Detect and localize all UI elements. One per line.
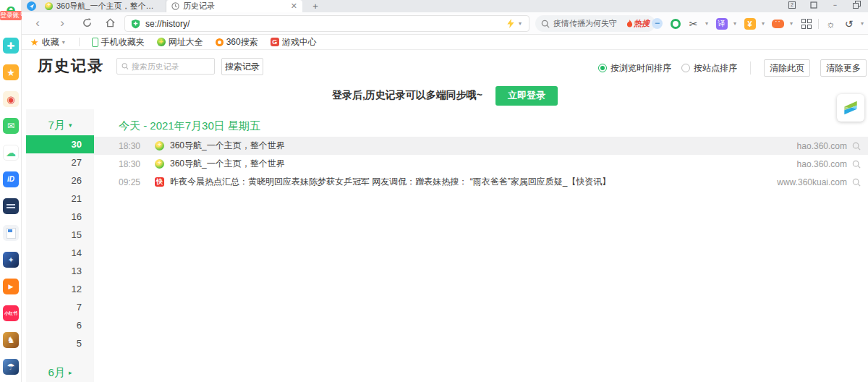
back-button[interactable]: ‹ <box>30 16 45 30</box>
search-records-button[interactable]: 搜索记录 <box>221 58 263 75</box>
date-item[interactable]: 14 <box>26 244 94 262</box>
chevron-down-icon[interactable]: ▾ <box>762 20 766 27</box>
clear-more-button[interactable]: 清除更多 <box>820 59 867 77</box>
sort-by-site-radio[interactable]: 按站点排序 <box>681 62 737 75</box>
maximize-icon[interactable] <box>809 1 817 9</box>
apps-grid-icon[interactable] <box>800 17 812 30</box>
history-search-input[interactable] <box>132 62 210 71</box>
reader-mode-icon[interactable] <box>669 17 681 30</box>
xiaohongshu-icon[interactable]: 小红书 <box>3 305 19 321</box>
browser-toolbar: ‹ › se://history/ ▾ 疫情传播为何失守 热搜 − ✂ ▾ 译 … <box>22 12 868 35</box>
translate-icon[interactable]: 译 <box>715 17 728 30</box>
id-app-icon[interactable]: iD <box>3 171 19 187</box>
wallet-icon[interactable]: ¥ <box>744 17 756 30</box>
date-item[interactable]: 21 <box>26 190 94 208</box>
entry-time: 18:30 <box>119 141 146 151</box>
send-plane-icon[interactable] <box>27 1 36 11</box>
quick-search-box[interactable]: 疫情传播为何失守 热搜 <box>535 15 655 32</box>
date-item-selected[interactable]: 30 <box>26 135 94 153</box>
sort-by-time-radio[interactable]: 按浏览时间排序 <box>598 62 671 75</box>
chevron-down-icon[interactable]: ▾ <box>790 20 794 27</box>
entry-time: 09:25 <box>119 177 146 187</box>
date-item[interactable]: 6 <box>26 316 94 334</box>
plus-circle-icon: + <box>157 38 166 46</box>
multi-window-badge-icon[interactable]: 2 <box>788 1 796 9</box>
history-entry-row[interactable]: 18:30 360导航_一个主页，整个世界 hao.360.com <box>94 155 868 173</box>
adblock-icon[interactable]: − <box>651 17 663 30</box>
flash-icon[interactable] <box>507 19 514 28</box>
hot-search-tag[interactable]: 热搜 <box>626 18 650 29</box>
chevron-down-icon[interactable]: ▾ <box>733 20 738 27</box>
minimize-icon[interactable]: − <box>831 1 839 9</box>
date-item[interactable]: 7 <box>26 298 94 316</box>
date-item[interactable]: 12 <box>26 280 94 298</box>
kuaishou-icon[interactable]: ▶ <box>3 279 19 294</box>
chevron-down-icon[interactable]: ▾ <box>861 20 865 27</box>
new-tab-button[interactable]: + <box>310 1 321 12</box>
cloud-disk-icon[interactable]: ☁ <box>3 145 19 161</box>
chevron-down-icon[interactable]: ▾ <box>62 39 67 46</box>
teal-app-icon[interactable]: ✚ <box>3 38 19 54</box>
night-mode-sun-icon[interactable]: ☼ <box>825 17 837 30</box>
floating-sidebar-widget[interactable] <box>837 94 864 122</box>
home-button[interactable] <box>103 17 117 32</box>
weibo-icon[interactable]: ◉ <box>3 91 19 107</box>
mail-icon[interactable]: ✉ <box>3 118 19 134</box>
chevron-down-icon[interactable]: ▾ <box>519 20 523 27</box>
entry-title[interactable]: 昨夜今晨热点汇总：黄晓明回应表妹陈梦获女乒冠军 网友调侃：蹭表妹热搜： “雨衣爸… <box>170 176 767 188</box>
history-entry-row[interactable]: 18:30 360导航_一个主页，整个世界 hao.360.com <box>94 137 868 155</box>
gamepad-icon[interactable] <box>772 17 784 30</box>
star-icon: ★ <box>30 37 39 48</box>
game-rpg-icon[interactable]: ♞ <box>3 332 19 348</box>
date-item[interactable]: 16 <box>26 208 94 226</box>
bookmark-site-directory[interactable]: + 网址大全 <box>157 36 203 48</box>
clear-this-page-button[interactable]: 清除此页 <box>764 59 810 77</box>
tab-strip: 360导航_一个主页，整个世界 历史记录 ✕ + 2 − <box>22 0 868 12</box>
refresh-button[interactable] <box>80 17 94 32</box>
chevron-down-icon[interactable]: ▾ <box>705 20 710 27</box>
search-domain-icon[interactable] <box>852 178 861 187</box>
entry-domain[interactable]: hao.360.com <box>797 141 847 151</box>
tab-360-nav[interactable]: 360导航_一个主页，整个世界 <box>40 0 166 12</box>
toolbar-separator <box>818 19 819 29</box>
history-search-field[interactable] <box>116 58 215 75</box>
bookmark-phone-favorites[interactable]: 手机收藏夹 <box>92 36 145 48</box>
date-item[interactable]: 27 <box>26 153 94 171</box>
notes-app-icon[interactable] <box>3 225 19 241</box>
date-item[interactable]: 13 <box>26 262 94 280</box>
search-domain-icon[interactable] <box>852 160 861 169</box>
url-text[interactable]: se://history/ <box>145 19 507 29</box>
game-blue-icon[interactable]: ✦ <box>3 252 19 268</box>
date-item[interactable]: 5 <box>26 334 94 352</box>
radio-selected-icon <box>598 64 607 72</box>
game-battle-icon[interactable]: ☂ <box>3 359 19 375</box>
login-now-button[interactable]: 立即登录 <box>495 86 558 106</box>
address-bar[interactable]: se://history/ ▾ <box>124 15 529 32</box>
next-month-header[interactable]: 6月 ▸ <box>26 362 94 382</box>
date-item[interactable]: 15 <box>26 226 94 244</box>
history-page-header: 历史记录 搜索记录 按浏览时间排序 按站点排序 清除此页 清除更多 <box>22 50 868 82</box>
chevron-right-icon: ▸ <box>69 369 72 376</box>
screenshot-scissors-icon[interactable]: ✂ <box>687 17 699 30</box>
history-entry-row[interactable]: 09:25 快 昨夜今晨热点汇总：黄晓明回应表妹陈梦获女乒冠军 网友调侃：蹭表妹… <box>94 173 868 191</box>
banner-text: 登录后,历史记录可以多端同步哦~ <box>332 89 482 102</box>
forum-app-icon[interactable] <box>3 198 19 214</box>
forward-button[interactable]: › <box>55 16 69 30</box>
entry-domain[interactable]: www.360kuai.com <box>777 177 847 187</box>
entry-domain[interactable]: hao.360.com <box>797 159 847 169</box>
login-account-badge[interactable]: 登录账号 <box>0 11 22 20</box>
tab-close-icon[interactable]: ✕ <box>291 1 297 11</box>
tab-history[interactable]: 历史记录 ✕ <box>166 0 302 12</box>
entry-title[interactable]: 360导航_一个主页，整个世界 <box>170 158 787 170</box>
search-domain-icon[interactable] <box>852 142 861 150</box>
entry-title[interactable]: 360导航_一个主页，整个世界 <box>170 140 787 152</box>
undo-closed-tab-icon[interactable]: ↺ <box>843 17 855 30</box>
search-icon <box>122 62 129 70</box>
bookmark-360-search[interactable]: 360搜索 <box>216 36 258 48</box>
favorites-star-icon[interactable]: ★ <box>3 64 19 80</box>
date-item[interactable]: 26 <box>26 171 94 190</box>
month-header[interactable]: 7月 ▾ <box>26 115 94 135</box>
restore-icon[interactable] <box>853 1 861 9</box>
bookmark-game-center[interactable]: G 游戏中心 <box>271 36 317 48</box>
favorites-menu[interactable]: ★ 收藏 ▾ <box>30 36 67 48</box>
